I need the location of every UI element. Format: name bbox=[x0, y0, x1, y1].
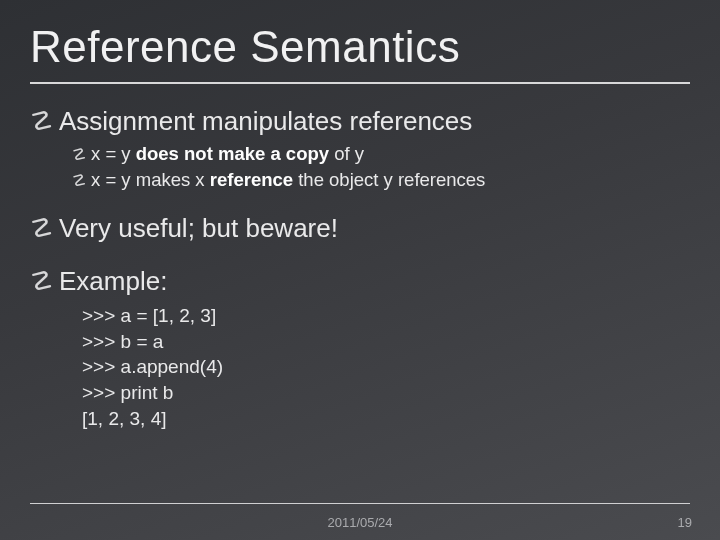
bullet-icon: ☡ bbox=[30, 266, 53, 297]
bullet-icon: ☡ bbox=[72, 171, 86, 190]
bullet-group-3: ☡ Example: >>> a = [1, 2, 3] >>> b = a >… bbox=[30, 266, 690, 431]
bold-fragment: does not make a copy bbox=[136, 143, 329, 164]
slide: Reference Semantics ☡ Assignment manipul… bbox=[0, 0, 720, 540]
bullet-icon: ☡ bbox=[30, 106, 53, 137]
slide-title: Reference Semantics bbox=[30, 22, 690, 84]
text-fragment: x = y bbox=[91, 143, 136, 164]
text-fragment: x = y makes x bbox=[91, 169, 210, 190]
sub-bullet-no-copy: ☡ x = y does not make a copy of y bbox=[72, 143, 690, 165]
text-fragment: the object y references bbox=[293, 169, 485, 190]
sub-bullet-reference: ☡ x = y makes x reference the object y r… bbox=[72, 169, 690, 191]
divider bbox=[30, 503, 690, 504]
bullet-beware: ☡ Very useful; but beware! bbox=[30, 213, 690, 244]
code-line: [1, 2, 3, 4] bbox=[82, 406, 690, 432]
bullet-icon: ☡ bbox=[72, 145, 86, 164]
bullet-icon: ☡ bbox=[30, 213, 53, 244]
footer-page-number: 19 bbox=[678, 515, 692, 530]
bullet-assignment: ☡ Assignment manipulates references bbox=[30, 106, 690, 137]
code-line: >>> a.append(4) bbox=[82, 354, 690, 380]
bullet-group-1: ☡ Assignment manipulates references ☡ x … bbox=[30, 106, 690, 191]
bullet-example: ☡ Example: bbox=[30, 266, 690, 297]
bullet-text: Assignment manipulates references bbox=[59, 106, 472, 137]
bullet-text: Example: bbox=[59, 266, 167, 297]
footer-date: 2011/05/24 bbox=[327, 515, 392, 530]
code-line: >>> b = a bbox=[82, 329, 690, 355]
sub-text: x = y does not make a copy of y bbox=[91, 143, 364, 165]
code-block: >>> a = [1, 2, 3] >>> b = a >>> a.append… bbox=[82, 303, 690, 431]
footer: 2011/05/24 19 bbox=[0, 515, 720, 530]
code-line: >>> print b bbox=[82, 380, 690, 406]
bullet-text: Very useful; but beware! bbox=[59, 213, 338, 244]
text-fragment: of y bbox=[329, 143, 364, 164]
code-line: >>> a = [1, 2, 3] bbox=[82, 303, 690, 329]
bold-fragment: reference bbox=[210, 169, 293, 190]
bullet-group-2: ☡ Very useful; but beware! bbox=[30, 213, 690, 244]
sub-text: x = y makes x reference the object y ref… bbox=[91, 169, 485, 191]
